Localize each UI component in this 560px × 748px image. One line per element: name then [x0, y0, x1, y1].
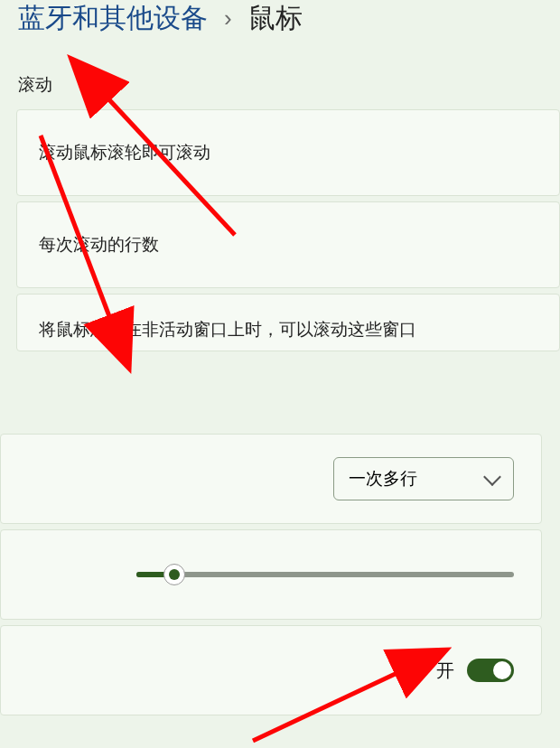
lines-per-scroll-slider[interactable]	[136, 572, 514, 577]
toggle-knob	[493, 661, 511, 679]
row-scroll-wheel[interactable]: 滚动鼠标滚轮即可滚动	[16, 109, 560, 196]
chevron-down-icon	[483, 468, 501, 486]
slider-thumb[interactable]	[163, 564, 185, 585]
breadcrumb: 蓝牙和其他设备 › 鼠标	[0, 0, 560, 46]
chevron-right-icon: ›	[224, 5, 232, 33]
controls-block: 一次多行 开	[0, 379, 560, 715]
control-hover-toggle-row: 开	[0, 625, 542, 715]
row-hover-inactive[interactable]: 将鼠标悬停在非活动窗口上时，可以滚动这些窗口	[16, 294, 560, 351]
row-lines-per-scroll[interactable]: 每次滚动的行数	[16, 201, 560, 288]
breadcrumb-parent[interactable]: 蓝牙和其他设备	[18, 0, 208, 37]
row-hover-inactive-label: 将鼠标悬停在非活动窗口上时，可以滚动这些窗口	[39, 320, 416, 339]
section-scroll-heading: 滚动	[0, 46, 560, 109]
scroll-mode-value: 一次多行	[349, 467, 417, 491]
control-lines-slider-row	[0, 529, 542, 620]
breadcrumb-current: 鼠标	[248, 0, 303, 37]
row-lines-per-scroll-label: 每次滚动的行数	[39, 235, 159, 254]
hover-inactive-toggle[interactable]	[467, 659, 514, 682]
row-scroll-wheel-label: 滚动鼠标滚轮即可滚动	[39, 143, 210, 162]
scroll-mode-dropdown[interactable]: 一次多行	[333, 457, 514, 500]
control-scroll-mode-row: 一次多行	[0, 434, 542, 524]
scroll-settings-list: 滚动鼠标滚轮即可滚动 每次滚动的行数 将鼠标悬停在非活动窗口上时，可以滚动这些窗…	[0, 109, 560, 351]
hover-toggle-label: 开	[436, 659, 454, 683]
